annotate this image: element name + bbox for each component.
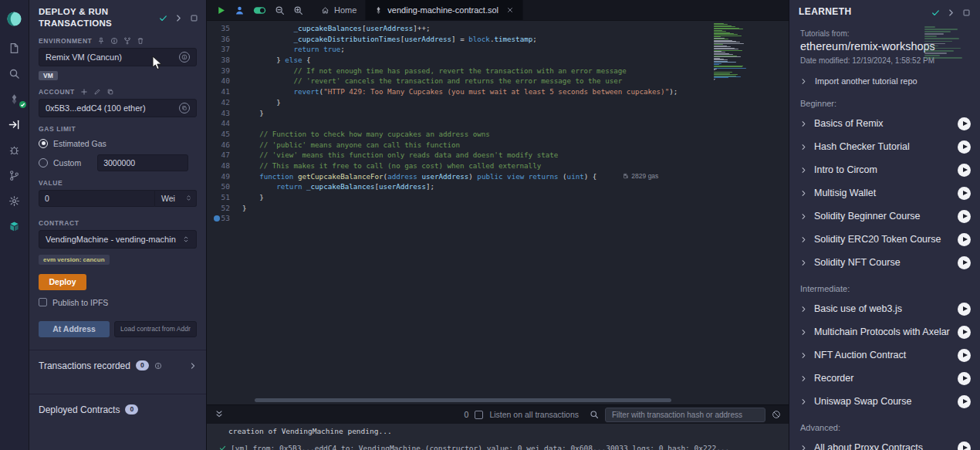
import-tutorial-link[interactable]: Import another tutorial repo [789,65,980,89]
play-tutorial-button[interactable] [958,210,971,223]
value-unit-select[interactable]: Wei [155,190,197,207]
publish-ipfs-checkbox[interactable] [39,298,47,306]
delete-state-icon[interactable] [137,37,144,45]
pin-environment-icon[interactable] [97,37,105,45]
code-line-45[interactable]: 45 // Function to check how many cupcake… [207,129,789,140]
play-tutorial-button[interactable] [958,303,971,316]
code-line-44[interactable]: 44 [207,118,789,129]
tutorial-item[interactable]: Hash Checker Tutorial [789,135,980,158]
code-line-46[interactable]: 46 // 'public' means anyone can call thi… [207,140,789,151]
code-line-39[interactable]: 39 // If not enough time has passed, rev… [207,66,789,76]
code-line-40[interactable]: 40 // 'revert' cancels the transaction a… [207,76,789,86]
walkthrough-icon[interactable] [235,5,245,15]
publish-ipfs-option[interactable]: Publish to IPFS [39,298,197,307]
play-tutorial-button[interactable] [958,140,971,154]
estimated-gas-radio[interactable] [39,139,48,148]
code-line-35[interactable]: 35 _cupcakeBalances[userAddress]++; [207,23,789,34]
code-line-43[interactable]: 43 } [207,108,789,119]
file-explorer-icon[interactable] [0,36,29,61]
code-line-41[interactable]: 41 revert("HTTP 429: Too Many Cupcakes (… [207,86,789,97]
horizontal-scrollbar[interactable] [255,398,671,402]
play-tutorial-button[interactable] [958,187,971,200]
play-tutorial-button[interactable] [958,372,971,385]
code-line-51[interactable]: 51 } [207,192,789,203]
zoom-out-icon[interactable] [275,5,285,15]
popout-panel-icon[interactable] [962,8,971,17]
play-tutorial-button[interactable] [958,442,971,450]
custom-gas-option[interactable]: Custom [39,154,197,171]
terminal-log-transaction[interactable]: [vm] from: 0x5B3...eddC4 to: VendingMach… [219,444,729,450]
tutorial-item[interactable]: Multisig Wallet [789,181,980,205]
popout-panel-icon[interactable] [190,14,198,22]
terminal-search-icon[interactable] [590,410,599,419]
deployed-contracts-row[interactable]: Deployed Contracts 0 [29,394,206,425]
search-icon[interactable] [0,61,29,86]
deploy-button[interactable]: Deploy [39,274,86,290]
source-control-icon[interactable] [0,163,29,188]
remix-logo-icon[interactable] [0,5,29,32]
tutorial-item[interactable]: Basic use of web3.js [789,297,980,320]
solidity-compiler-icon[interactable] [0,86,29,112]
expand-transactions-icon[interactable] [189,362,197,370]
zoom-in-icon[interactable] [293,5,303,15]
play-tutorial-button[interactable] [958,256,971,269]
transaction-filter-input[interactable] [605,408,765,422]
deploy-run-icon[interactable] [0,112,29,137]
copy-account-icon[interactable] [106,88,114,96]
tutorial-item[interactable]: Intro to Circom [789,158,980,181]
tutorial-item[interactable]: Solidity ERC20 Token Course [789,228,980,251]
pin-panel-icon[interactable] [947,8,955,17]
transactions-recorded-row[interactable]: Transactions recorded 0 [29,350,206,381]
plugin-manager-icon[interactable] [0,214,29,239]
sign-message-icon[interactable] [93,88,101,96]
code-line-37[interactable]: 37 return true; [207,44,789,55]
code-line-47[interactable]: 47 // 'view' means this function only re… [207,150,789,161]
code-line-49[interactable]: 49 function getCupcakeBalanceFor(address… [207,171,789,182]
code-line-38[interactable]: 38 } else { [207,55,789,66]
code-line-42[interactable]: 42 } [207,97,789,108]
close-tab-icon[interactable] [506,6,514,14]
settings-icon[interactable] [0,188,29,214]
code-line-52[interactable]: 52} [207,203,789,214]
pin-panel-icon[interactable] [174,14,183,22]
tutorial-item[interactable]: Recorder [789,367,980,390]
copy-address-icon[interactable] [179,103,190,113]
code-line-53[interactable]: 53 [207,213,789,224]
play-tutorial-button[interactable] [958,164,971,177]
at-address-button[interactable]: At Address [39,321,110,337]
terminal-output[interactable]: creation of VendingMachine pending... [v… [207,424,789,450]
tutorial-item[interactable]: Solidity NFT Course [789,251,980,274]
debugger-icon[interactable] [0,137,29,163]
play-tutorial-button[interactable] [958,349,971,362]
environment-detail-icon[interactable] [179,52,190,63]
custom-gas-radio[interactable] [39,158,48,167]
at-address-input[interactable] [114,321,197,337]
estimated-gas-option[interactable]: Estimated Gas [39,139,197,148]
tutorial-item[interactable]: Basics of Remix [789,112,980,135]
minimap[interactable] [714,23,746,82]
code-line-50[interactable]: 50 return _cupcakeBalances[userAddress]; [207,181,789,192]
account-select[interactable]: 0x5B3...eddC4 (100 ether) [39,99,197,117]
tutorial-item[interactable]: Multichain Protocols with Axelar [789,320,980,343]
tab-home[interactable]: Home [313,0,366,20]
tutorial-item[interactable]: Solidity Beginner Course [789,205,980,228]
play-tutorial-button[interactable] [958,326,971,339]
tutorial-item[interactable]: NFT Auction Contract [789,343,980,367]
run-script-icon[interactable] [216,5,226,15]
expand-terminal-icon[interactable] [215,410,224,419]
code-line-48[interactable]: 48 // This makes it free to call (no gas… [207,161,789,171]
contract-select[interactable]: VendingMachine - vending-machin [39,230,197,249]
transactions-info-icon[interactable] [154,362,162,370]
listen-all-checkbox[interactable] [475,411,483,419]
environment-info-icon[interactable] [110,37,118,45]
play-tutorial-button[interactable] [958,395,971,408]
custom-gas-input[interactable] [97,154,188,171]
value-input[interactable] [39,190,155,207]
code-editor[interactable]: 35 _cupcakeBalances[userAddress]++;36 _c… [207,21,789,404]
tab-file[interactable]: vending-machine-contract.sol [366,0,523,20]
toggle-icon[interactable] [253,5,266,15]
tutorial-item[interactable]: Uniswap Swap Course [789,390,980,413]
play-tutorial-button[interactable] [958,233,971,246]
tutorial-item[interactable]: All about Proxy Contracts [789,436,980,450]
play-tutorial-button[interactable] [958,117,971,130]
